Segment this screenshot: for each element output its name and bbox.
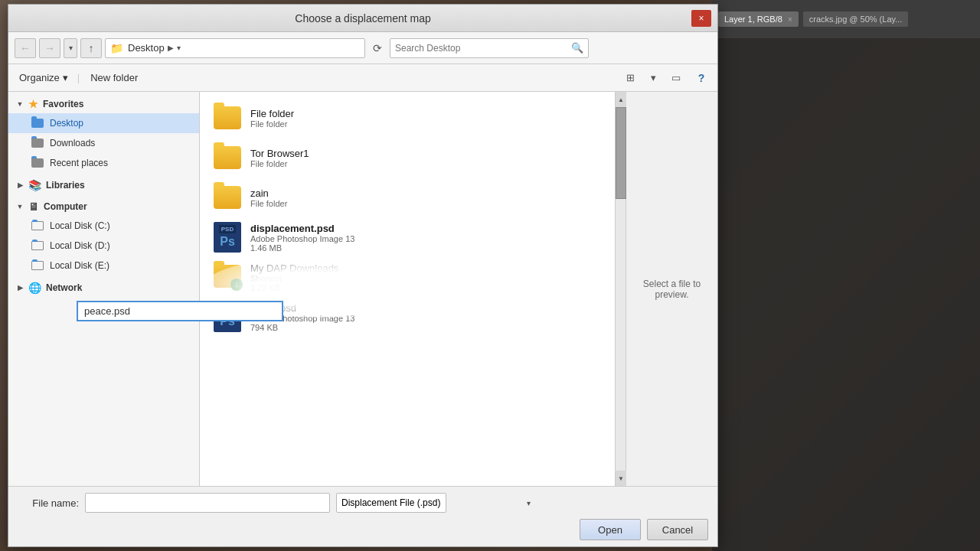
file-name-zain: zain bbox=[250, 187, 603, 199]
nav-path-bar[interactable]: 📁 Desktop ▶ ▾ bbox=[105, 38, 365, 58]
dialog-close-button[interactable]: × bbox=[691, 10, 711, 27]
sidebar: ▼ ★ Favorites Desktop Downloads bbox=[8, 92, 200, 486]
back-button[interactable]: ← bbox=[15, 38, 36, 58]
organize-toolbar: Organize ▾ | New folder ⊞ ▾ ▭ ? bbox=[8, 64, 717, 92]
ps-tab-layer1[interactable]: Layer 1, RGB/8 × bbox=[718, 11, 799, 27]
file-size-displacement: 1.46 MB bbox=[250, 243, 603, 253]
file-type-tor: File folder bbox=[250, 159, 603, 168]
select-arrow-icon: ▾ bbox=[527, 499, 531, 507]
search-input[interactable] bbox=[395, 43, 571, 54]
file-size-peace: 794 KB bbox=[250, 323, 603, 332]
scroll-up-button[interactable]: ▲ bbox=[616, 92, 626, 107]
downloads-icon bbox=[30, 137, 45, 149]
libraries-icon: 📚 bbox=[28, 179, 41, 191]
libraries-expand-icon: ▶ bbox=[15, 180, 25, 191]
file-name-top: File folder bbox=[250, 108, 603, 119]
sidebar-item-local-e[interactable]: Local Disk (E:) bbox=[8, 256, 199, 276]
organize-button[interactable]: Organize ▾ bbox=[15, 69, 73, 86]
folder-icon-tor bbox=[212, 142, 243, 173]
local-disk-c-icon bbox=[30, 220, 45, 232]
file-type-displacement: Adobe Photoshop Image 13 bbox=[250, 234, 603, 243]
computer-header[interactable]: ▼ 🖥 Computer bbox=[8, 197, 199, 216]
nav-path-text: Desktop bbox=[128, 42, 165, 54]
list-item[interactable]: ↓ My DAP Downloads Shortcut 1.22 KB bbox=[206, 257, 609, 297]
search-icon: 🔍 bbox=[571, 42, 583, 54]
favorites-star-icon: ★ bbox=[28, 98, 38, 110]
file-list-scroll-area: File folder File folder Tor Browser1 Fil… bbox=[200, 92, 717, 486]
file-list-scrollbar[interactable]: ▲ ▼ bbox=[615, 92, 626, 486]
navigation-toolbar: ← → ▾ ↑ 📁 Desktop ▶ ▾ ⟳ 🔍 bbox=[8, 32, 717, 64]
nav-dropdown-arrow: ▾ bbox=[177, 44, 181, 52]
network-header[interactable]: ▶ 🌐 Network bbox=[8, 279, 199, 297]
network-icon: 🌐 bbox=[28, 282, 41, 294]
libraries-group: ▶ 📚 Libraries bbox=[8, 176, 199, 194]
file-list-area: File folder File folder Tor Browser1 Fil… bbox=[200, 92, 717, 486]
filetype-wrapper: Displacement File (.psd) ▾ bbox=[336, 493, 535, 513]
list-item[interactable]: PSD Ps displacement.psd Adobe Photoshop … bbox=[206, 217, 609, 257]
help-button[interactable]: ? bbox=[691, 68, 711, 88]
computer-icon: 🖥 bbox=[28, 201, 39, 213]
favorites-expand-icon: ▼ bbox=[15, 99, 25, 109]
list-item[interactable]: zain File folder bbox=[206, 178, 609, 217]
search-box[interactable]: 🔍 bbox=[390, 38, 589, 58]
filename-row: File name: Displacement File (.psd) ▾ bbox=[18, 493, 708, 513]
nav-arrow-icon: ▶ bbox=[168, 44, 174, 52]
open-button[interactable]: Open bbox=[580, 519, 641, 540]
view-dropdown-button[interactable]: ▾ bbox=[642, 68, 664, 88]
favorites-group: ▼ ★ Favorites Desktop Downloads bbox=[8, 95, 199, 173]
sidebar-item-desktop[interactable]: Desktop bbox=[8, 113, 199, 133]
file-name-peace: peace.psd bbox=[250, 302, 603, 314]
dialog-titlebar: Choose a displacement map × bbox=[8, 5, 717, 32]
sidebar-item-local-c[interactable]: Local Disk (C:) bbox=[8, 216, 199, 236]
filename-input[interactable] bbox=[85, 493, 330, 513]
preview-area: Select a file to preview. bbox=[626, 92, 717, 486]
local-disk-e-icon bbox=[30, 259, 45, 272]
psd-icon-displacement: PSD Ps bbox=[212, 222, 243, 253]
view-grid-button[interactable]: ⊞ bbox=[619, 68, 641, 88]
file-type-dap: Shortcut bbox=[250, 274, 603, 283]
preview-text: Select a file to preview. bbox=[626, 272, 717, 306]
rename-input[interactable] bbox=[77, 301, 283, 321]
file-type-top: File folder bbox=[250, 119, 603, 129]
forward-button[interactable]: → bbox=[39, 38, 60, 58]
network-group: ▶ 🌐 Network bbox=[8, 279, 199, 297]
choose-displacement-dialog: Choose a displacement map × ← → ▾ ↑ 📁 De… bbox=[8, 4, 718, 547]
new-folder-button[interactable]: New folder bbox=[84, 69, 144, 86]
libraries-header[interactable]: ▶ 📚 Libraries bbox=[8, 176, 199, 194]
desktop-icon bbox=[30, 117, 45, 129]
computer-expand-icon: ▼ bbox=[15, 201, 25, 212]
ps-tab-close-1[interactable]: × bbox=[788, 15, 792, 24]
folder-icon-top bbox=[212, 103, 243, 133]
computer-label: Computer bbox=[44, 201, 87, 212]
file-name-dap: My DAP Downloads bbox=[250, 262, 603, 274]
computer-group: ▼ 🖥 Computer Local Disk (C:) Local Disk … bbox=[8, 197, 199, 276]
network-expand-icon: ▶ bbox=[15, 282, 25, 293]
list-item[interactable]: Tor Browser1 File folder bbox=[206, 138, 609, 178]
ps-tab-bar: Layer 1, RGB/8 × cracks.jpg @ 50% (Lay..… bbox=[712, 0, 980, 38]
refresh-button[interactable]: ⟳ bbox=[368, 38, 387, 58]
sidebar-item-downloads[interactable]: Downloads bbox=[8, 133, 199, 153]
up-button[interactable]: ↑ bbox=[80, 38, 102, 58]
file-size-dap: 1.22 KB bbox=[250, 283, 603, 292]
dialog-content: ▼ ★ Favorites Desktop Downloads bbox=[8, 92, 717, 486]
filetype-select[interactable]: Displacement File (.psd) bbox=[336, 493, 446, 513]
local-disk-d-icon bbox=[30, 240, 45, 252]
nav-folder-icon: 📁 bbox=[110, 42, 123, 54]
libraries-label: Libraries bbox=[46, 180, 85, 191]
scroll-down-button[interactable]: ▼ bbox=[616, 471, 626, 486]
file-type-peace: Adobe Photoshop Image 13 bbox=[250, 314, 603, 323]
dropdown-button[interactable]: ▾ bbox=[64, 38, 77, 58]
ps-tab-cracks[interactable]: cracks.jpg @ 50% (Lay... bbox=[803, 11, 909, 27]
dialog-bottom: File name: Displacement File (.psd) ▾ Op… bbox=[8, 486, 717, 546]
view-options: ⊞ ▾ ▭ bbox=[619, 68, 687, 88]
cancel-button[interactable]: Cancel bbox=[647, 519, 708, 540]
view-panel-button[interactable]: ▭ bbox=[665, 68, 687, 88]
scroll-thumb[interactable] bbox=[616, 107, 626, 199]
network-label: Network bbox=[46, 282, 82, 293]
filename-label: File name: bbox=[18, 497, 79, 509]
list-item[interactable]: File folder File folder bbox=[206, 98, 609, 138]
sidebar-item-local-d[interactable]: Local Disk (D:) bbox=[8, 236, 199, 256]
favorites-header[interactable]: ▼ ★ Favorites bbox=[8, 95, 199, 113]
sidebar-item-recent-places[interactable]: Recent places bbox=[8, 153, 199, 173]
file-list: File folder File folder Tor Browser1 Fil… bbox=[200, 92, 615, 486]
